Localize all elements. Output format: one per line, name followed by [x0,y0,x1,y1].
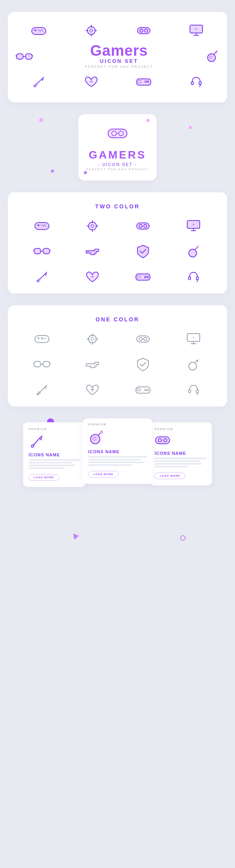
tc-icon-monitor [171,219,215,233]
svg-rect-107 [43,361,50,367]
load-more-btn-right[interactable]: LOAD MORE [155,472,185,479]
svg-point-120 [145,389,146,391]
tc-icon-gun [70,244,114,259]
two-color-grid [20,219,215,284]
svg-point-20 [196,29,197,30]
svg-rect-119 [137,388,140,391]
preview-icons-name-left: ICONS NAME [29,452,80,457]
svg-point-76 [37,280,39,282]
svg-point-112 [197,360,198,362]
preview-badge-right: PREMIUM [155,428,206,430]
svg-rect-83 [188,277,191,280]
hero-tagline: PERFECT FOR ANY PROJECT [85,65,153,69]
preview-card-left: PREMIUM ICONS NAME LOAD MORE [23,422,86,487]
preview-card-center: PREMIUM ICONS NAME [83,418,152,484]
svg-point-26 [208,54,215,62]
svg-point-93 [91,337,94,341]
svg-point-65 [193,224,194,225]
hero-card: Gamers UICON SET PERFECT FOR ANY PROJECT [8,12,227,102]
hero-icon-sword [16,75,62,89]
svg-line-29 [35,79,42,86]
oc-icon-vr-controller [121,383,165,397]
tc-icon-heart [70,270,114,284]
hero-icon-bomb [205,50,219,64]
preview-badge-left: PREMIUM [29,428,80,430]
logo-card: GAMERS - UICON SET - PERFECT FOR ANY PRO… [78,114,157,181]
hero-icon-heart [68,75,114,89]
svg-point-5 [42,31,43,31]
hero-icon-monitor [173,24,219,38]
decorator-circle-outline [180,535,186,541]
svg-point-53 [91,224,94,228]
svg-point-4 [41,29,42,30]
svg-line-124 [33,438,40,446]
svg-point-126 [31,445,34,447]
svg-point-88 [44,337,45,338]
svg-point-90 [43,339,43,339]
svg-point-99 [139,337,142,341]
hero-icon-glasses-left [16,51,33,62]
hero-top-icons [16,24,219,38]
preview-cards-row: PREMIUM ICONS NAME LOAD MORE [8,422,227,487]
svg-rect-38 [191,82,193,85]
oc-icon-crosshair [70,332,114,346]
svg-rect-21 [16,54,23,59]
svg-point-92 [89,335,96,343]
hero-icon-gamepad [16,24,62,38]
hero-icon-headset [173,75,219,89]
preview-icon-vr-right [155,434,206,448]
svg-rect-66 [34,248,41,254]
svg-rect-67 [43,248,50,254]
preview-section: PREMIUM ICONS NAME LOAD MORE [8,418,227,544]
logo-icon-vr [86,125,149,144]
logo-title: GAMERS [86,149,149,161]
svg-point-6 [40,31,41,31]
oc-icon-heart [70,383,114,397]
load-more-btn-center[interactable]: LOAD MORE [88,471,119,478]
tc-icon-gamepad [20,219,64,233]
svg-point-27 [215,52,217,54]
hero-title-block: Gamers UICON SET PERFECT FOR ANY PROJECT [85,42,153,72]
hero-bottom-icons [16,75,219,89]
hero-icon-vr [121,24,167,38]
preview-icon-sword-left [29,434,80,449]
hero-icon-crosshair [68,24,114,38]
preview-icons-name-center: ICONS NAME [88,449,147,454]
svg-rect-22 [25,54,32,59]
oc-icon-headset [171,383,215,397]
oc-icon-monitor [171,332,215,346]
preview-icons-name-right: ICONS NAME [155,451,206,456]
two-color-title: TWO COLOR [20,203,215,210]
svg-point-9 [90,29,93,32]
svg-point-100 [144,337,147,341]
logo-tagline: PERFECT FOR ANY PROJECT [86,168,149,171]
svg-line-113 [38,387,45,394]
tc-icon-shield [121,244,165,259]
oc-icon-gamepad [20,332,64,346]
svg-point-89 [45,339,46,339]
tc-icon-glasses [20,244,64,259]
preview-text-center [88,456,147,466]
svg-rect-79 [136,274,150,280]
one-color-grid [20,332,215,397]
preview-card-right: PREMIUM ICONS NAME LOAD MORE [149,422,212,485]
one-color-card: ONE COLOR [8,305,227,407]
oc-icon-sword [20,383,64,397]
oc-icon-shield [121,357,165,372]
load-more-btn-left[interactable]: LOAD MORE [29,474,59,481]
svg-rect-106 [34,361,41,367]
preview-text-left [29,459,80,469]
oc-icon-bomb [171,357,215,372]
svg-point-105 [193,337,194,338]
svg-line-74 [38,274,45,281]
oc-icon-gun [70,357,114,372]
tc-icon-sword [20,270,64,284]
hero-sub-title: UICON SET [100,58,138,64]
preview-icon-bomb-center [88,429,147,446]
preview-text-right [155,458,206,467]
svg-point-121 [147,389,148,391]
svg-rect-118 [136,387,150,393]
tc-icon-vr [121,219,165,233]
tc-icon-vr-controller2 [121,270,165,284]
logo-sub: - UICON SET - [86,162,149,167]
